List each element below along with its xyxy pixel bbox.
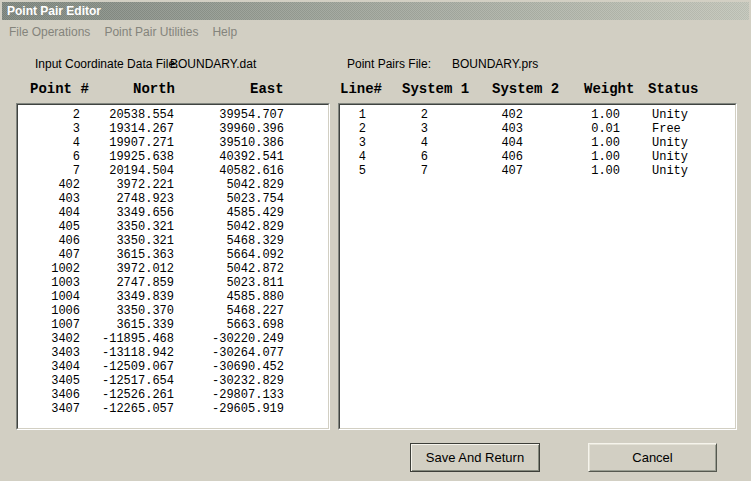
table-row[interactable]: 3407 -12265.057 -29605.919 xyxy=(18,402,328,416)
weight-cell: 0.01 xyxy=(523,122,620,136)
east-cell: -29605.919 xyxy=(174,402,284,416)
north-cell: 3972.221 xyxy=(80,178,174,192)
north-cell: -11895.468 xyxy=(80,332,174,346)
east-cell: 5023.754 xyxy=(174,192,284,206)
table-row[interactable]: 5 7 407 1.00 Unity xyxy=(340,164,735,178)
east-cell: 5663.698 xyxy=(174,318,284,332)
point-pairs-listbox[interactable]: 1 2 402 1.00 Unity 2 3 403 0.01 Free 3 4… xyxy=(338,103,737,430)
table-row[interactable]: 7 20194.504 40582.616 xyxy=(18,164,328,178)
east-cell: -29807.133 xyxy=(174,388,284,402)
north-cell: 19314.267 xyxy=(80,122,174,136)
point-number-cell: 7 xyxy=(18,164,80,178)
table-row[interactable]: 1006 3350.370 5468.227 xyxy=(18,304,328,318)
north-cell: -13118.942 xyxy=(80,346,174,360)
line-number-cell: 2 xyxy=(340,122,366,136)
table-row[interactable]: 2 20538.554 39954.707 xyxy=(18,108,328,122)
east-cell: 5468.227 xyxy=(174,304,284,318)
menu-file-operations[interactable]: File Operations xyxy=(2,23,97,41)
table-row[interactable]: 404 3349.656 4585.429 xyxy=(18,206,328,220)
weight-cell: 1.00 xyxy=(523,150,620,164)
north-cell: 2748.923 xyxy=(80,192,174,206)
system2-cell: 406 xyxy=(428,150,523,164)
cancel-button[interactable]: Cancel xyxy=(588,443,717,472)
point-number-cell: 3402 xyxy=(18,332,80,346)
north-cell: -12509.067 xyxy=(80,360,174,374)
point-number-cell: 3407 xyxy=(18,402,80,416)
point-pairs-list-body: 1 2 402 1.00 Unity 2 3 403 0.01 Free 3 4… xyxy=(339,104,736,429)
point-pairs-file-label: Point Pairs File: xyxy=(347,57,431,71)
table-row[interactable]: 3404 -12509.067 -30690.452 xyxy=(18,360,328,374)
system2-cell: 402 xyxy=(428,108,523,122)
table-row[interactable]: 405 3350.321 5042.829 xyxy=(18,220,328,234)
east-cell: 5042.829 xyxy=(174,220,284,234)
line-number-cell: 1 xyxy=(340,108,366,122)
menu-help[interactable]: Help xyxy=(205,23,244,41)
column-header-weight: Weight xyxy=(584,81,634,97)
point-number-cell: 405 xyxy=(18,220,80,234)
table-row[interactable]: 407 3615.363 5664.092 xyxy=(18,248,328,262)
point-number-cell: 4 xyxy=(18,136,80,150)
point-number-cell: 406 xyxy=(18,234,80,248)
system1-cell: 2 xyxy=(366,108,428,122)
titlebar[interactable]: Point Pair Editor xyxy=(2,2,749,20)
menubar: File Operations Point Pair Utilities Hel… xyxy=(2,22,749,42)
column-header-system1: System 1 xyxy=(402,81,469,97)
table-row[interactable]: 402 3972.221 5042.829 xyxy=(18,178,328,192)
table-row[interactable]: 3402 -11895.468 -30220.249 xyxy=(18,332,328,346)
system1-cell: 6 xyxy=(366,150,428,164)
table-row[interactable]: 3 4 404 1.00 Unity xyxy=(340,136,735,150)
table-row[interactable]: 3 19314.267 39960.396 xyxy=(18,122,328,136)
table-row[interactable]: 4 19907.271 39510.386 xyxy=(18,136,328,150)
east-cell: -30690.452 xyxy=(174,360,284,374)
point-number-cell: 3 xyxy=(18,122,80,136)
north-cell: 3615.339 xyxy=(80,318,174,332)
weight-cell: 1.00 xyxy=(523,108,620,122)
system2-cell: 407 xyxy=(428,164,523,178)
column-header-point: Point # xyxy=(30,81,89,97)
table-row[interactable]: 406 3350.321 5468.329 xyxy=(18,234,328,248)
system1-cell: 7 xyxy=(366,164,428,178)
north-cell: 3349.656 xyxy=(80,206,174,220)
line-number-cell: 5 xyxy=(340,164,366,178)
east-cell: 40582.616 xyxy=(174,164,284,178)
east-cell: 5023.811 xyxy=(174,276,284,290)
coordinates-list-body: 2 20538.554 39954.707 3 19314.267 39960.… xyxy=(17,104,329,429)
status-cell: Free xyxy=(652,122,681,136)
coordinates-listbox[interactable]: 2 20538.554 39954.707 3 19314.267 39960.… xyxy=(16,103,330,430)
table-row[interactable]: 1003 2747.859 5023.811 xyxy=(18,276,328,290)
point-number-cell: 2 xyxy=(18,108,80,122)
table-row[interactable]: 1002 3972.012 5042.872 xyxy=(18,262,328,276)
system2-cell: 404 xyxy=(428,136,523,150)
table-row[interactable]: 3403 -13118.942 -30264.077 xyxy=(18,346,328,360)
east-cell: 5664.092 xyxy=(174,248,284,262)
point-number-cell: 1004 xyxy=(18,290,80,304)
point-number-cell: 403 xyxy=(18,192,80,206)
point-pairs-file-value: BOUNDARY.prs xyxy=(452,57,538,71)
north-cell: 3615.363 xyxy=(80,248,174,262)
north-cell: 3350.321 xyxy=(80,220,174,234)
system2-cell: 403 xyxy=(428,122,523,136)
north-cell: -12517.654 xyxy=(80,374,174,388)
north-cell: 20194.504 xyxy=(80,164,174,178)
table-row[interactable]: 1 2 402 1.00 Unity xyxy=(340,108,735,122)
east-cell: 5042.872 xyxy=(174,262,284,276)
table-row[interactable]: 3406 -12526.261 -29807.133 xyxy=(18,388,328,402)
weight-cell: 1.00 xyxy=(523,136,620,150)
save-and-return-button[interactable]: Save And Return xyxy=(410,443,540,472)
column-header-status: Status xyxy=(648,81,698,97)
east-cell: -30232.829 xyxy=(174,374,284,388)
table-row[interactable]: 2 3 403 0.01 Free xyxy=(340,122,735,136)
status-cell: Unity xyxy=(652,136,688,150)
menu-point-pair-utilities[interactable]: Point Pair Utilities xyxy=(97,23,205,41)
table-row[interactable]: 6 19925.638 40392.541 xyxy=(18,150,328,164)
table-row[interactable]: 3405 -12517.654 -30232.829 xyxy=(18,374,328,388)
table-row[interactable]: 403 2748.923 5023.754 xyxy=(18,192,328,206)
table-row[interactable]: 4 6 406 1.00 Unity xyxy=(340,150,735,164)
north-cell: 20538.554 xyxy=(80,108,174,122)
table-row[interactable]: 1007 3615.339 5663.698 xyxy=(18,318,328,332)
table-row[interactable]: 1004 3349.839 4585.880 xyxy=(18,290,328,304)
point-number-cell: 407 xyxy=(18,248,80,262)
column-header-system2: System 2 xyxy=(492,81,559,97)
point-pair-editor-window: Point Pair Editor File Operations Point … xyxy=(0,0,751,481)
east-cell: -30220.249 xyxy=(174,332,284,346)
